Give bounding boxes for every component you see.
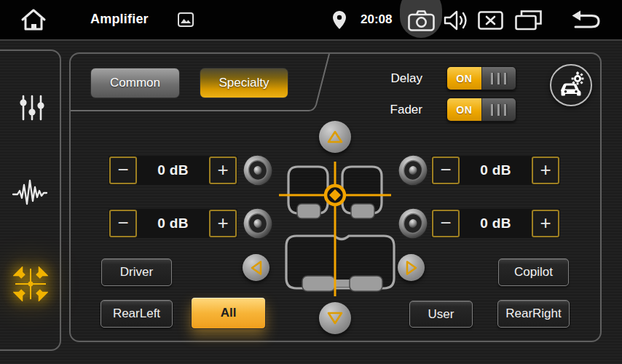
gallery-icon [178,12,194,27]
rear-right-plus-button[interactable]: + [532,210,559,237]
back-button[interactable] [570,8,601,31]
car-settings-button[interactable] [550,64,592,106]
rear-left-plus-button[interactable]: + [209,210,237,237]
recent-apps-button[interactable] [514,9,542,31]
move-left-button[interactable] [243,254,269,281]
front-right-gain-row: − 0 dB + [431,156,560,185]
sidebar-item-equalizer[interactable] [17,92,47,123]
home-button[interactable] [18,6,49,33]
sidebar-item-soundeffect[interactable] [11,177,49,209]
delay-toggle[interactable]: ON [446,66,516,90]
move-right-button[interactable] [398,254,425,281]
car-settings-icon [556,71,586,99]
front-left-gain-row: − 0 dB + [109,156,237,185]
zone-rearleft-button[interactable]: RearLeft [101,300,173,328]
front-right-speaker-icon [396,154,430,187]
move-up-button[interactable] [319,121,351,153]
zone-copilot-button[interactable]: Copilot [498,258,569,286]
gallery-button[interactable] [177,12,194,28]
page-title: Amplifier [90,12,149,27]
close-app-button[interactable] [477,10,503,30]
sidebar-item-balance-fader[interactable] [13,266,48,301]
home-icon [20,7,47,32]
rear-left-gain-value: 0 dB [138,215,208,232]
front-right-plus-button[interactable]: + [532,157,559,184]
arrow-left-icon [250,260,263,276]
rear-left-minus-button[interactable]: − [109,210,137,237]
equalizer-icon [17,93,47,122]
delay-toggle-on-label: ON [447,67,481,90]
front-right-minus-button[interactable]: − [432,157,460,184]
amplifier-screen: Amplifier 20:08 [0,0,622,364]
tab-specialty[interactable]: Specialty [200,68,288,98]
fader-toggle-handle [481,98,516,121]
zone-rearright-button[interactable]: RearRight [497,300,570,328]
rear-right-minus-button[interactable]: − [432,210,460,237]
status-bar: Amplifier 20:08 [0,0,622,39]
clock: 20:08 [361,12,392,27]
location-icon [333,11,346,29]
zone-user-button[interactable]: User [409,301,473,328]
move-down-button[interactable] [319,302,351,334]
front-left-speaker-icon [241,154,275,187]
volume-icon [444,9,468,31]
arrow-down-icon [326,311,344,325]
rear-left-speaker-icon [241,207,275,240]
recent-apps-icon [515,9,542,31]
close-window-icon [478,11,503,30]
back-icon [571,9,600,31]
fader-toggle[interactable]: ON [446,98,516,122]
tab-common[interactable]: Common [90,68,180,98]
rear-right-speaker-icon [396,207,430,240]
rear-left-gain-row: − 0 dB + [109,209,237,238]
fader-toggle-on-label: ON [447,98,481,121]
delay-toggle-handle [481,67,516,90]
location-indicator [332,10,347,29]
front-right-gain-value: 0 dB [460,162,531,178]
topbar-divider [0,39,622,41]
volume-button[interactable] [443,9,469,31]
arrow-right-icon [405,260,418,276]
speaker-balance-icon [13,266,48,301]
camera-icon [408,10,435,31]
rear-right-gain-value: 0 dB [460,215,531,232]
front-left-gain-value: 0 dB [138,162,208,178]
zone-all-button[interactable]: All [191,297,266,329]
waveform-icon [12,178,48,208]
zone-driver-button[interactable]: Driver [101,258,172,286]
arrow-up-icon [326,130,344,144]
delay-label: Delay [364,71,422,86]
front-left-plus-button[interactable]: + [209,157,237,184]
fader-label: Fader [364,103,422,117]
front-left-minus-button[interactable]: − [109,157,137,184]
rear-right-gain-row: − 0 dB + [431,209,560,238]
screenshot-button[interactable] [407,9,435,31]
